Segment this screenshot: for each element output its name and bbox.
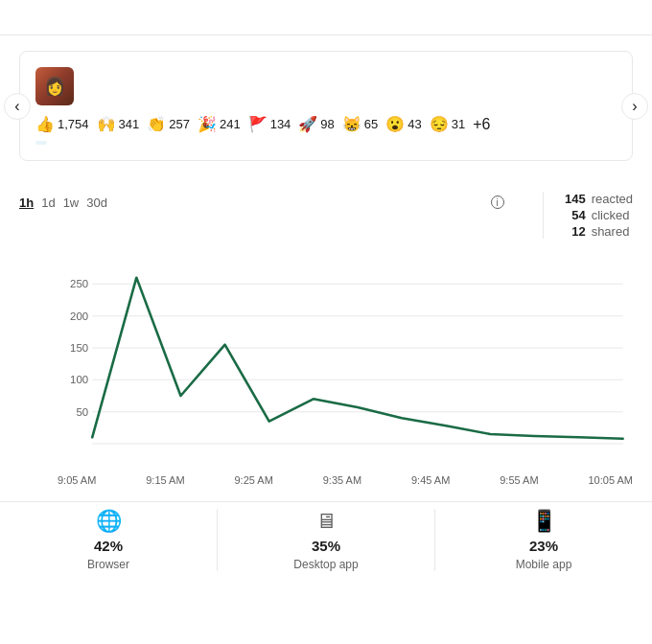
next-arrow[interactable]: › [621,93,648,120]
metric-value: 54 [559,208,586,222]
metric-label: shared [592,224,630,239]
footer-label: Desktop app [293,558,358,571]
reaction-count: 31 [452,117,465,131]
x-label: 9:25 AM [235,474,273,486]
x-label: 10:05 AM [589,474,633,486]
footer: 🌐 42% Browser 🖥 35% Desktop app 📱 23% Mo… [0,501,652,578]
reaction-item[interactable]: 😔31 [430,115,465,133]
metric-label: clicked [592,208,630,222]
footer-item-desktop-app: 🖥 35% Desktop app [218,509,435,571]
prev-arrow[interactable]: ‹ [4,93,31,120]
footer-label: Browser [87,558,129,571]
activity-title-block: 1h1d1w30d [19,192,107,210]
svg-text:150: 150 [70,342,88,354]
reaction-item[interactable]: +6 [473,116,490,133]
activity-section: 1h1d1w30d i 145reacted54clicked12shared [0,176,652,250]
metric-row: 54clicked [559,208,633,222]
time-filters: 1h1d1w30d [19,196,107,210]
viewers-label: i [487,196,504,209]
x-label: 9:35 AM [323,474,361,486]
reaction-more: +6 [473,116,490,133]
chart-container: 50100150200250 [58,262,633,472]
x-axis-labels: 9:05 AM9:15 AM9:25 AM9:35 AM9:45 AM9:55 … [58,474,633,486]
reaction-emoji: 😸 [342,115,361,133]
reaction-count: 65 [364,117,378,131]
footer-item-browser: 🌐 42% Browser [0,509,218,571]
svg-text:100: 100 [70,375,88,386]
footer-pct: 35% [312,538,340,554]
message-card-wrapper: ‹ 👩 👍1,754🙌341👏257🎉241🚩134🚀98😸65😮43😔31+6… [0,35,652,176]
metric-value: 145 [559,192,586,206]
activity-stats: i 145reacted54clicked12shared [487,192,633,239]
metric-row: 12shared [559,224,633,239]
time-filter-30d[interactable]: 30d [86,196,107,210]
activity-header: 1h1d1w30d i 145reacted54clicked12shared [19,192,633,239]
viewers-count-block: i [487,192,504,209]
reaction-count: 341 [119,117,140,131]
time-filter-1h[interactable]: 1h [19,196,34,210]
chart-svg: 50100150200250 [58,262,633,472]
svg-text:250: 250 [70,279,88,290]
reaction-count: 1,754 [58,117,89,131]
modal-header [0,0,652,35]
tag-announcements[interactable] [35,141,47,145]
time-filter-1d[interactable]: 1d [41,196,55,210]
x-label: 9:15 AM [146,474,184,486]
tags-row [35,141,617,145]
reaction-emoji: 😔 [430,115,449,133]
footer-icon: 🖥 [315,509,337,534]
reaction-emoji: 👏 [147,115,166,133]
footer-pct: 23% [529,538,558,554]
activity-metrics: 145reacted54clicked12shared [559,192,633,239]
reaction-count: 98 [320,117,334,131]
reaction-emoji: 🚩 [248,115,268,133]
message-meta [83,67,617,83]
x-label: 9:45 AM [411,474,450,486]
avatar-image: 👩 [35,67,74,105]
footer-icon: 📱 [531,509,557,534]
chart-area: 50100150200250 9:05 AM9:15 AM9:25 AM9:35… [0,250,652,494]
reaction-count: 257 [169,117,190,131]
footer-item-mobile-app: 📱 23% Mobile app [435,509,652,571]
vertical-divider [543,192,544,239]
metric-value: 12 [559,224,586,239]
reaction-emoji: 🙌 [97,115,116,133]
reaction-item[interactable]: 🎉241 [198,115,241,133]
time-filter-1w[interactable]: 1w [63,196,80,210]
info-icon[interactable]: i [491,196,504,209]
reaction-count: 134 [270,117,291,131]
reaction-item[interactable]: 😸65 [342,115,378,133]
reaction-count: 241 [220,117,241,131]
footer-icon: 🌐 [96,509,122,534]
reaction-emoji: 🚀 [298,115,317,133]
avatar: 👩 [35,67,74,105]
message-header: 👩 [35,67,617,105]
metric-row: 145reacted [559,192,633,206]
footer-pct: 42% [94,538,123,554]
reaction-item[interactable]: 🙌341 [97,115,140,133]
reaction-count: 43 [408,117,421,131]
footer-label: Mobile app [516,558,572,571]
svg-text:200: 200 [70,310,88,322]
reaction-item[interactable]: 👏257 [147,115,190,133]
reactions-row: 👍1,754🙌341👏257🎉241🚩134🚀98😸65😮43😔31+6 [35,115,617,133]
x-label: 9:05 AM [58,474,96,486]
reaction-item[interactable]: 👍1,754 [35,115,89,133]
reaction-item[interactable]: 🚀98 [298,115,334,133]
reaction-item[interactable]: 😮43 [385,115,421,133]
reaction-emoji: 👍 [35,115,55,133]
metric-label: reacted [592,192,633,206]
reaction-item[interactable]: 🚩134 [248,115,291,133]
reaction-emoji: 🎉 [198,115,217,133]
reaction-emoji: 😮 [385,115,405,133]
message-card: 👩 👍1,754🙌341👏257🎉241🚩134🚀98😸65😮43😔31+6 [19,51,633,161]
close-button[interactable] [625,15,633,23]
x-label: 9:55 AM [500,474,538,486]
svg-text:50: 50 [76,406,88,418]
